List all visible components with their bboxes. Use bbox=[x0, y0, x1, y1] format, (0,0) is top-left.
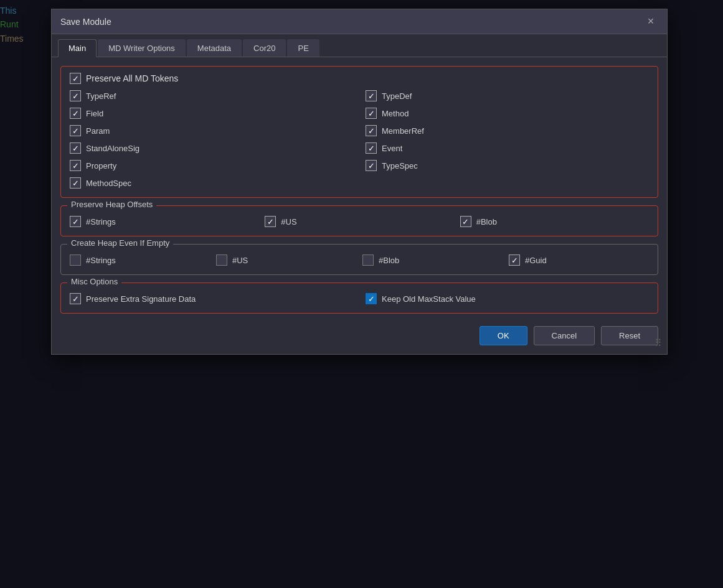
cb-param[interactable] bbox=[70, 125, 81, 136]
tab-cor20[interactable]: Cor20 bbox=[243, 39, 286, 57]
label-property: Property bbox=[86, 161, 116, 170]
cb-item-standalonegsig: StandAloneSig bbox=[70, 142, 353, 154]
dialog-titlebar: Save Module × bbox=[52, 9, 667, 34]
save-module-dialog: Save Module × Main MD Writer Options Met… bbox=[51, 9, 668, 355]
cb-item-methodspec: MethodSpec bbox=[70, 177, 353, 189]
cb-guid-empty[interactable] bbox=[509, 254, 520, 266]
cb-item-blob-empty: #Blob bbox=[362, 254, 503, 266]
cb-item-method: Method bbox=[366, 108, 649, 119]
label-blob-heap: #Blob bbox=[476, 217, 497, 226]
label-param: Param bbox=[86, 126, 110, 136]
cb-strings-empty[interactable] bbox=[70, 254, 81, 266]
label-methodspec: MethodSpec bbox=[86, 179, 131, 188]
tabs-container: Main MD Writer Options Metadata Cor20 PE bbox=[52, 34, 667, 57]
cb-memberref[interactable] bbox=[366, 125, 377, 136]
label-preserve-extra-sig: Preserve Extra Signature Data bbox=[86, 294, 196, 304]
cb-preserve-extra-sig[interactable] bbox=[70, 293, 81, 304]
cb-strings-heap[interactable] bbox=[70, 216, 81, 227]
heap-offsets-grid: #Strings #US #Blob bbox=[70, 216, 649, 227]
cb-item-strings-heap: #Strings bbox=[70, 216, 258, 227]
ok-button[interactable]: OK bbox=[480, 326, 527, 345]
label-method: Method bbox=[382, 109, 409, 118]
label-us-heap: #US bbox=[281, 217, 296, 226]
label-blob-empty: #Blob bbox=[379, 256, 399, 265]
cb-item-memberref: MemberRef bbox=[366, 125, 649, 136]
cb-item-typedef: TypeDef bbox=[366, 90, 649, 101]
close-button[interactable]: × bbox=[643, 14, 658, 29]
label-strings-heap: #Strings bbox=[86, 217, 116, 226]
grid-dots-decoration: ⠿ bbox=[654, 337, 662, 349]
cb-standalonegsig[interactable] bbox=[70, 142, 81, 154]
preserve-all-md-tokens-checkbox[interactable] bbox=[70, 73, 81, 84]
cb-item-param: Param bbox=[70, 125, 353, 136]
cb-event[interactable] bbox=[366, 142, 377, 154]
cb-property[interactable] bbox=[70, 160, 81, 171]
create-heap-legend: Create Heap Even If Empty bbox=[67, 238, 173, 248]
cb-method[interactable] bbox=[366, 108, 377, 119]
dialog-title: Save Module bbox=[60, 17, 111, 27]
create-heap-group: Create Heap Even If Empty #Strings #US #… bbox=[60, 244, 658, 275]
misc-options-grid: Preserve Extra Signature Data Keep Old M… bbox=[70, 293, 649, 304]
cb-item-us-heap: #US bbox=[265, 216, 453, 227]
cb-us-heap[interactable] bbox=[265, 216, 276, 227]
dialog-footer: OK Cancel Reset bbox=[52, 320, 667, 354]
tab-pe[interactable]: PE bbox=[287, 39, 319, 57]
preserve-heap-offsets-legend: Preserve Heap Offsets bbox=[67, 200, 156, 209]
cb-item-property: Property bbox=[70, 160, 353, 171]
cb-item-typespec: TypeSpec bbox=[366, 160, 649, 171]
misc-options-group: Misc Options Preserve Extra Signature Da… bbox=[60, 282, 658, 314]
cancel-button[interactable]: Cancel bbox=[534, 326, 595, 345]
cb-field[interactable] bbox=[70, 108, 81, 119]
cb-item-keep-old-maxstack: Keep Old MaxStack Value bbox=[366, 293, 649, 304]
dialog-content: Preserve All MD Tokens TypeRef TypeDef F… bbox=[52, 57, 667, 320]
label-guid-empty: #Guid bbox=[525, 256, 547, 265]
cb-item-guid-empty: #Guid bbox=[509, 254, 649, 266]
preserve-all-header-row: Preserve All MD Tokens bbox=[70, 73, 649, 84]
tab-main[interactable]: Main bbox=[58, 39, 97, 57]
label-us-empty: #US bbox=[232, 256, 248, 265]
cb-blob-heap[interactable] bbox=[460, 216, 471, 227]
cb-item-us-empty: #US bbox=[216, 254, 356, 266]
label-field: Field bbox=[86, 109, 103, 118]
label-event: Event bbox=[382, 144, 402, 153]
label-typedef: TypeDef bbox=[382, 91, 412, 101]
misc-options-legend: Misc Options bbox=[67, 277, 121, 286]
label-standalonegsig: StandAloneSig bbox=[86, 144, 139, 153]
cb-blob-empty[interactable] bbox=[362, 254, 374, 266]
preserve-all-md-tokens-group: Preserve All MD Tokens TypeRef TypeDef F… bbox=[60, 66, 658, 198]
cb-us-empty[interactable] bbox=[216, 254, 227, 266]
cb-item-strings-empty: #Strings bbox=[70, 254, 210, 266]
cb-item-typeref: TypeRef bbox=[70, 90, 353, 101]
label-typeref: TypeRef bbox=[86, 91, 116, 101]
cb-typedef[interactable] bbox=[366, 90, 377, 101]
cb-typeref[interactable] bbox=[70, 90, 81, 101]
tab-md-writer-options[interactable]: MD Writer Options bbox=[98, 39, 186, 57]
label-typespec: TypeSpec bbox=[382, 161, 418, 170]
preserve-heap-offsets-group: Preserve Heap Offsets #Strings #US #Blob bbox=[60, 205, 658, 236]
cb-typespec[interactable] bbox=[366, 160, 377, 171]
tab-metadata[interactable]: Metadata bbox=[187, 39, 242, 57]
cb-methodspec[interactable] bbox=[70, 177, 81, 189]
reset-button[interactable]: Reset bbox=[601, 326, 658, 345]
label-keep-old-maxstack: Keep Old MaxStack Value bbox=[382, 294, 476, 304]
md-tokens-grid: TypeRef TypeDef Field Method Param bbox=[70, 90, 649, 189]
cb-item-event: Event bbox=[366, 142, 649, 154]
create-heap-grid: #Strings #US #Blob #Guid bbox=[70, 254, 649, 266]
cb-keep-old-maxstack[interactable] bbox=[366, 293, 377, 304]
preserve-all-md-tokens-label: Preserve All MD Tokens bbox=[86, 73, 178, 83]
cb-item-blob-heap: #Blob bbox=[460, 216, 649, 227]
label-memberref: MemberRef bbox=[382, 126, 424, 136]
label-strings-empty: #Strings bbox=[86, 256, 116, 265]
cb-item-preserve-extra-sig: Preserve Extra Signature Data bbox=[70, 293, 353, 304]
cb-item-field: Field bbox=[70, 108, 353, 119]
